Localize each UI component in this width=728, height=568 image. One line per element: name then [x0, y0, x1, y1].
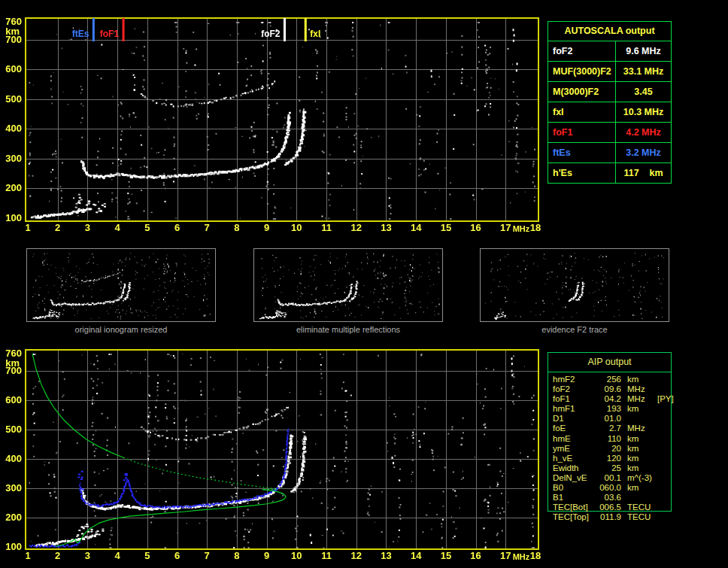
autoscala-row-m3000f2: M(3000)F23.45 [548, 82, 671, 102]
aip-note [656, 444, 670, 454]
autoscala-row-hes: h'Es117 km [548, 163, 671, 183]
thumbnail-original-ionogram [26, 248, 216, 322]
autoscala-param-value: 4.2 MHz [616, 123, 671, 142]
aip-val: 2.7 [596, 424, 621, 433]
aip-row-foe: foE2.7MHz [553, 424, 670, 433]
aip-val: 006.5 [596, 503, 621, 512]
aip-name: foE [553, 424, 596, 433]
aip-note [656, 512, 670, 522]
aip-unit: km [621, 483, 656, 493]
thumbnail-eliminate-reflections-canvas [254, 249, 442, 321]
aip-val: 00.1 [596, 473, 621, 483]
aip-name: B0 [553, 483, 596, 493]
aip-row-tecbot: TEC[Bot]006.5TECU [553, 503, 670, 512]
aip-name: hmF1 [553, 404, 596, 414]
aip-note [656, 503, 670, 512]
aip-note [656, 473, 670, 483]
autoscala-row-ftes: ftEs3.2 MHz [548, 143, 671, 163]
autoscala-row-fof1: foF14.2 MHz [548, 123, 671, 143]
aip-unit: MHz [621, 394, 656, 404]
aip-unit: km [621, 463, 656, 473]
aip-unit [621, 414, 656, 424]
thumbnail-evidence-f2-trace [480, 248, 669, 322]
autoscala-param-name: ftEs [548, 143, 616, 163]
autoscala-param-value: 33.1 MHz [616, 62, 671, 81]
autoscala-param-name: MUF(3000)F2 [548, 62, 616, 81]
aip-row-hmf2: hmF2256km [553, 375, 670, 384]
aip-note [656, 375, 670, 384]
bottom-ionogram-canvas [0, 339, 545, 568]
aip-row-delnve: DelN_vE00.1m^(-3) [553, 473, 670, 483]
aip-table-rows: hmF2256kmfoF209.6MHzfoF104.2MHz[PY]hmF11… [553, 375, 670, 522]
autoscala-param-value: 117 km [616, 163, 671, 183]
aip-val: 011.9 [596, 512, 621, 522]
aip-name: foF2 [553, 384, 596, 394]
autoscala-param-name: h'Es [548, 163, 616, 183]
aip-row-hve: h_vE120km [553, 454, 670, 463]
autoscala-param-value: 3.45 [616, 82, 671, 102]
thumbnail-evidence-f2-trace-canvas [481, 249, 669, 321]
autoscala-param-value: 3.2 MHz [616, 143, 671, 163]
aip-val: 060.0 [596, 483, 621, 493]
aip-name: TEC[Bot] [553, 503, 596, 512]
aip-unit: MHz [621, 424, 656, 433]
aip-unit: m^(-3) [621, 473, 656, 483]
aip-row-d1: D101.0 [553, 414, 670, 424]
autoscala-table-header: AUTOSCALA output [548, 22, 671, 41]
aip-row-fof2: foF209.6MHz [553, 384, 670, 394]
thumbnail-caption-eliminate: eliminate multiple reflections [253, 325, 443, 334]
aip-name: TEC[Top] [553, 512, 596, 522]
aip-val: 09.6 [596, 384, 621, 394]
autoscala-row-fxi: fxI10.3 MHz [548, 102, 671, 123]
thumbnail-original-ionogram-canvas [27, 249, 215, 321]
aip-row-yme: ymE20km [553, 444, 670, 454]
aip-name: foF1 [553, 394, 596, 404]
aip-name: D1 [553, 414, 596, 424]
aip-note [656, 404, 670, 414]
aip-val: 25 [596, 463, 621, 473]
autoscala-row-muf3000f2: MUF(3000)F233.1 MHz [548, 62, 671, 82]
autoscala-table-rows: foF29.6 MHzMUF(3000)F233.1 MHzM(3000)F23… [548, 41, 671, 183]
aip-unit: MHz [621, 384, 656, 394]
autoscala-param-name: M(3000)F2 [548, 82, 616, 102]
aip-note [656, 414, 670, 424]
autoscala-param-name: foF2 [548, 41, 616, 61]
aip-val: 120 [596, 454, 621, 463]
aip-val: 110 [596, 434, 621, 444]
aip-note: [PY] [656, 394, 674, 404]
aip-row-tectop: TEC[Top]011.9TECU [553, 512, 670, 522]
top-ionogram-canvas [0, 0, 545, 242]
aip-note [656, 384, 670, 394]
aip-unit: km [621, 404, 656, 414]
aip-note [656, 454, 670, 463]
autoscala-param-value: 9.6 MHz [616, 41, 671, 61]
autoscala-output-table: AUTOSCALA output foF29.6 MHzMUF(3000)F23… [548, 21, 672, 184]
aip-val: 256 [596, 375, 621, 384]
thumbnail-caption-evidence: evidence F2 trace [480, 325, 669, 334]
aip-name: ymE [553, 444, 596, 454]
aip-unit: km [621, 454, 656, 463]
aip-name: B1 [553, 493, 596, 503]
aip-val: 01.0 [596, 414, 621, 424]
aip-unit: km [621, 375, 656, 384]
thumbnail-eliminate-reflections [253, 248, 443, 322]
aip-row-ewidth: Ewidth25km [553, 463, 670, 473]
aip-row-b1: B103.6 [553, 493, 670, 503]
aip-note [656, 493, 670, 503]
aip-val: 193 [596, 404, 621, 414]
aip-note [656, 483, 670, 493]
aip-note [656, 463, 670, 473]
aip-row-b0: B0060.0km [553, 483, 670, 493]
aip-name: hmF2 [553, 375, 596, 384]
thumbnail-caption-original: original ionogram resized [26, 325, 216, 334]
autoscala-param-value: 10.3 MHz [616, 102, 671, 122]
aip-row-fof1: foF104.2MHz[PY] [553, 394, 670, 404]
aip-val: 04.2 [596, 394, 621, 404]
aip-row-hme: hmE110km [553, 434, 670, 444]
aip-unit: km [621, 434, 656, 444]
aip-table-header: AIP output [548, 353, 671, 372]
aip-val: 20 [596, 444, 621, 454]
aip-row-hmf1: hmF1193km [553, 404, 670, 414]
autoscala-row-fof2: foF29.6 MHz [548, 41, 671, 62]
aip-unit: TECU [621, 512, 656, 522]
